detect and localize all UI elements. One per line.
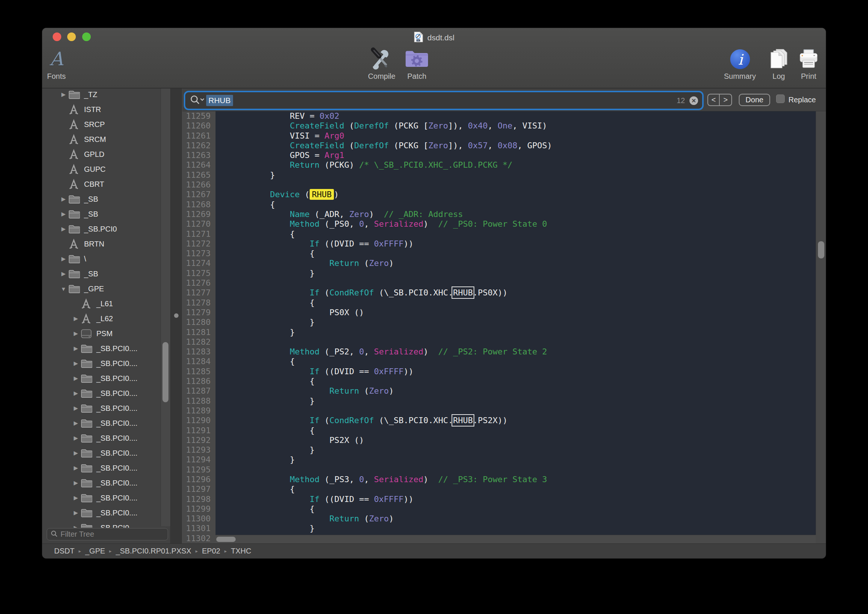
disclosure-triangle-icon[interactable]: ▶ — [59, 226, 68, 232]
code-token: , — [488, 141, 498, 150]
tree-row-_sbpci0[interactable]: ▶_SB.PCI0.... — [42, 386, 161, 401]
breadcrumb-item[interactable]: _SB.PCI0.RP01.PXSX — [116, 547, 191, 555]
disclosure-triangle-icon[interactable]: ▶ — [71, 479, 81, 486]
find-query-text[interactable]: RHUB — [206, 95, 233, 106]
disclosure-triangle-icon[interactable]: ▶ — [59, 211, 68, 217]
disclosure-triangle-icon[interactable]: ▶ — [71, 345, 81, 352]
tree-row-_gpe[interactable]: ▼_GPE — [42, 281, 161, 296]
disclosure-triangle-icon[interactable]: ▶ — [71, 450, 81, 456]
code-editor[interactable]: 1125911260112611126211263112641126511266… — [182, 111, 826, 543]
log-button[interactable]: Log — [764, 47, 793, 81]
tree-row-gupc[interactable]: GUPC — [42, 162, 161, 177]
code-token: ) — [389, 514, 394, 523]
tree-row-_sb[interactable]: ▶_SB — [42, 206, 161, 222]
tree-row-_sbpci0[interactable]: ▶_SB.PCI0.... — [42, 341, 161, 356]
disclosure-triangle-icon[interactable]: ▶ — [71, 330, 81, 337]
tree-row-_sbpci0[interactable]: ▶_SB.PCI0.... — [42, 416, 161, 431]
breadcrumb-item[interactable]: DSDT — [54, 547, 74, 555]
code-token: } — [231, 327, 294, 337]
compile-button[interactable]: Compile — [364, 47, 399, 81]
folder-icon — [68, 284, 82, 293]
disclosure-triangle-icon[interactable]: ▶ — [71, 435, 81, 442]
editor-vertical-scrollbar[interactable] — [816, 111, 826, 535]
code-text[interactable]: REV = 0x02 CreateField (DerefOf (PCKG [Z… — [215, 111, 816, 535]
acpi-tree[interactable]: ▶_TZISTRSRCPSRCMGPLDGUPCCBRT▶_SB▶_SB▶_SB… — [42, 88, 161, 528]
code-token: Name — [290, 209, 310, 219]
fonts-button[interactable]: A Fonts — [45, 47, 68, 81]
tree-row-_sb[interactable]: ▶_SB — [42, 266, 161, 281]
splitter-handle-dot[interactable] — [174, 313, 178, 318]
horizontal-scrollbar-thumb[interactable] — [216, 537, 236, 542]
code-token: GPOS = — [231, 150, 325, 160]
pane-splitter[interactable] — [170, 88, 182, 543]
close-button[interactable] — [53, 33, 61, 41]
sidebar-scrollbar-thumb[interactable] — [163, 342, 169, 402]
tree-row-_sbpci0[interactable]: ▶_SB.PCI0.... — [42, 476, 161, 490]
tree-row-_l62[interactable]: ▶_L62 — [42, 311, 161, 326]
code-line — [215, 465, 816, 475]
disclosure-triangle-icon[interactable]: ▶ — [71, 390, 81, 397]
tree-row-gpld[interactable]: GPLD — [42, 147, 161, 162]
print-button[interactable]: Print — [794, 47, 823, 81]
tree-item-label: _SB.PCI0.... — [96, 359, 138, 368]
disclosure-triangle-icon[interactable]: ▶ — [59, 270, 68, 277]
zoom-button[interactable] — [82, 33, 91, 41]
disclosure-triangle-icon[interactable]: ▶ — [71, 524, 81, 528]
disclosure-triangle-icon[interactable]: ▶ — [59, 91, 68, 98]
tree-row-brtn[interactable]: BRTN — [42, 236, 161, 251]
disclosure-triangle-icon[interactable]: ▶ — [71, 360, 81, 367]
tree-row-_tz[interactable]: ▶_TZ — [42, 88, 161, 102]
editor-horizontal-scrollbar[interactable] — [215, 535, 816, 543]
tree-row-_sbpci0[interactable]: ▶_SB.PCI0.... — [42, 520, 161, 528]
tree-row-_sbpci0[interactable]: ▶_SB.PCI0.... — [42, 460, 161, 476]
sidebar-scrollbar[interactable] — [161, 88, 170, 526]
disclosure-triangle-icon[interactable]: ▶ — [59, 196, 68, 202]
tree-row-srcp[interactable]: SRCP — [42, 117, 161, 132]
disclosure-triangle-icon[interactable]: ▶ — [71, 315, 81, 322]
code-token: ]), — [448, 141, 468, 150]
tree-row-_sbpci0[interactable]: ▶_SB.PCI0.... — [42, 445, 161, 460]
line-number: 11267 — [182, 190, 215, 200]
line-number: 11259 — [182, 111, 215, 121]
tree-row-_sbpci0[interactable]: ▶_SB.PCI0.... — [42, 401, 161, 416]
disclosure-triangle-icon[interactable]: ▶ — [71, 465, 81, 471]
minimize-button[interactable] — [67, 33, 76, 41]
tree-row-_l61[interactable]: _L61 — [42, 296, 161, 311]
patch-button[interactable]: Patch — [399, 47, 434, 81]
tree-row-srcm[interactable]: SRCM — [42, 132, 161, 147]
next-match-button[interactable]: > — [720, 95, 731, 105]
breadcrumb-item[interactable]: TXHC — [231, 547, 251, 555]
replace-checkbox[interactable] — [776, 95, 785, 103]
titlebar[interactable]: DSL dsdt.dsl — [42, 28, 826, 45]
tree-row-psm[interactable]: ▶PSM — [42, 326, 161, 341]
code-token: ]), — [448, 121, 468, 130]
disclosure-triangle-icon[interactable]: ▶ — [59, 256, 68, 262]
filter-tree-input[interactable]: Filter Tree — [46, 528, 168, 540]
tree-row-_sbpci0[interactable]: ▶_SB.PCI0.... — [42, 431, 161, 445]
tree-row-_sbpci0[interactable]: ▶_SB.PCI0.... — [42, 371, 161, 386]
disclosure-triangle-icon[interactable]: ▶ — [71, 405, 81, 412]
clear-search-icon[interactable]: ✕ — [690, 96, 698, 105]
tree-row-_sbpci0[interactable]: ▶_SB.PCI0.... — [42, 356, 161, 371]
find-search-input[interactable]: RHUB 12 ✕ — [185, 92, 702, 109]
previous-match-button[interactable]: < — [708, 95, 720, 105]
breadcrumb-item[interactable]: _GPE — [85, 547, 105, 555]
tree-row-_sbpci0[interactable]: ▶_SB.PCI0.... — [42, 505, 161, 520]
search-menu-icon[interactable] — [189, 95, 205, 107]
tree-row-_sbpci0[interactable]: ▶_SB.PCI0 — [42, 222, 161, 236]
disclosure-triangle-icon[interactable]: ▶ — [71, 495, 81, 501]
summary-button[interactable]: i Summary — [721, 47, 760, 81]
tree-row-istr[interactable]: ISTR — [42, 102, 161, 117]
disclosure-triangle-icon[interactable]: ▼ — [59, 286, 68, 292]
disclosure-triangle-icon[interactable]: ▶ — [71, 375, 81, 382]
done-button[interactable]: Done — [739, 94, 770, 106]
tree-row-_sbpci0[interactable]: ▶_SB.PCI0.... — [42, 490, 161, 505]
tree-row-_sb[interactable]: ▶_SB — [42, 192, 161, 206]
breadcrumb-item[interactable]: EP02 — [202, 547, 220, 555]
tree-item-label: _GPE — [84, 285, 104, 293]
tree-row-cbrt[interactable]: CBRT — [42, 177, 161, 192]
vertical-scrollbar-thumb[interactable] — [818, 241, 824, 259]
disclosure-triangle-icon[interactable]: ▶ — [71, 509, 81, 516]
disclosure-triangle-icon[interactable]: ▶ — [71, 420, 81, 426]
tree-row-[interactable]: ▶\ — [42, 251, 161, 266]
